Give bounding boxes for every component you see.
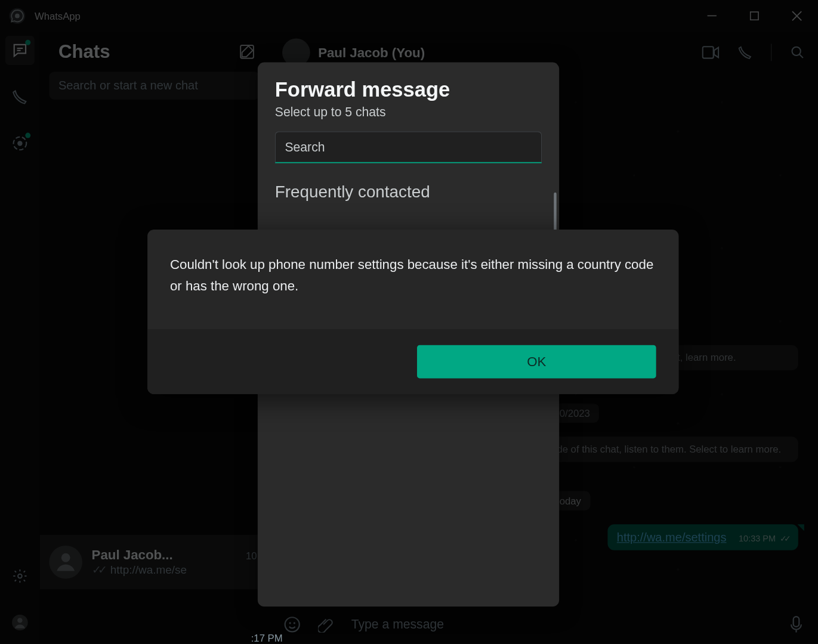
- scrollbar-thumb[interactable]: [554, 193, 556, 233]
- error-message-text: Couldn't look up phone number settings b…: [147, 230, 678, 329]
- forward-dialog-subtitle: Select up to 5 chats: [275, 105, 542, 119]
- forward-section-heading: Frequently contacted: [275, 182, 542, 201]
- forward-search-placeholder: Search: [285, 140, 325, 154]
- forward-dialog-title: Forward message: [275, 78, 542, 102]
- forward-search-input[interactable]: Search: [275, 131, 542, 163]
- error-dialog: Couldn't look up phone number settings b…: [147, 230, 678, 394]
- corner-timestamp: :17 PM: [251, 633, 283, 644]
- ok-button[interactable]: OK: [417, 345, 656, 379]
